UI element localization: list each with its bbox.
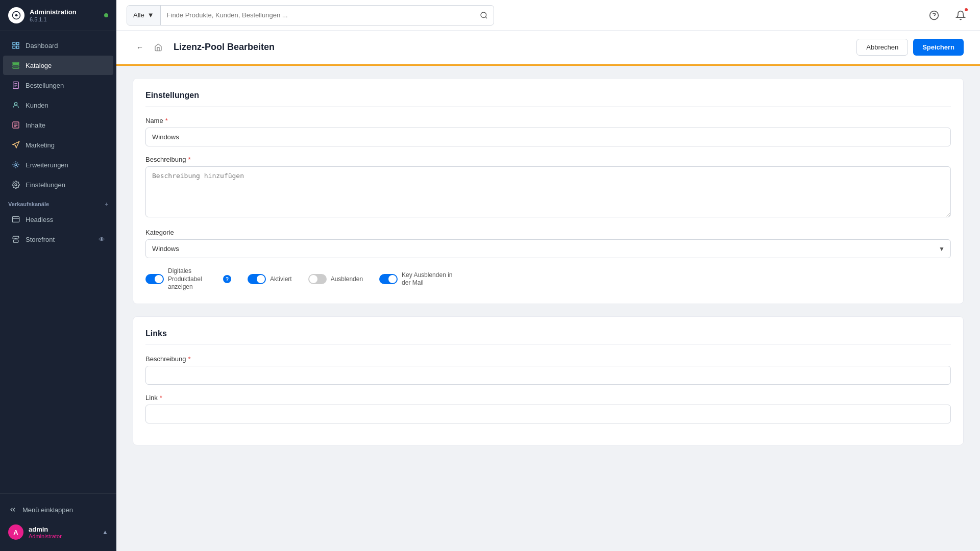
links-description-field-group: Beschreibung * — [145, 355, 951, 385]
toggle-knob — [257, 275, 265, 283]
notification-badge — [964, 7, 969, 12]
add-sales-channel-icon[interactable]: + — [105, 201, 108, 207]
toggle-knob — [309, 275, 317, 283]
sidebar-item-headless[interactable]: Headless — [3, 210, 113, 229]
toggle-knob — [155, 275, 163, 283]
settings-section-title: Einstellungen — [145, 91, 951, 107]
marketing-icon — [11, 140, 20, 149]
sidebar-item-inhalte[interactable]: Inhalte — [3, 115, 113, 135]
name-input[interactable] — [145, 128, 951, 146]
sidebar-item-einstellungen[interactable]: Einstellungen — [3, 175, 113, 194]
aktiviert-label-text: Aktiviert — [270, 276, 292, 284]
search-filter-dropdown[interactable]: Alle ▼ — [127, 6, 161, 25]
search-filter-label: Alle — [133, 11, 144, 19]
svg-point-17 — [15, 164, 17, 166]
sidebar-item-label: Kunden — [26, 102, 48, 109]
sidebar-item-bestellungen[interactable]: Bestellungen — [3, 76, 113, 95]
svg-rect-1 — [13, 42, 15, 45]
einstellungen-icon — [11, 180, 20, 189]
svg-line-23 — [485, 17, 487, 18]
description-field-group: Beschreibung * — [145, 156, 951, 219]
svg-point-18 — [15, 184, 17, 186]
sidebar-item-erweiterungen[interactable]: Erweiterungen — [3, 155, 113, 174]
ausblenden-label-text: Ausblenden — [331, 276, 363, 284]
ausblenden-toggle[interactable] — [308, 274, 327, 284]
key-ausblenden-label-text: Key Ausblenden in der Mail — [402, 271, 453, 287]
dashboard-icon — [11, 41, 20, 50]
collapse-menu-item[interactable]: Menü einklappen — [0, 500, 116, 519]
category-select-wrapper: Windows Office Linux macOS ▼ — [145, 239, 951, 258]
breadcrumb-home-button[interactable] — [151, 40, 165, 55]
search-input[interactable] — [161, 6, 474, 25]
svg-rect-6 — [13, 65, 19, 66]
links-description-input[interactable] — [145, 366, 951, 385]
sidebar-item-kataloge[interactable]: Kataloge — [3, 56, 113, 75]
collapse-icon — [8, 505, 17, 514]
sidebar-item-label: Dashboard — [26, 42, 58, 49]
form-area: Einstellungen Name * Beschreibung * — [116, 66, 980, 470]
save-button[interactable]: Speichern — [913, 39, 964, 56]
toggle-knob — [388, 275, 397, 283]
erweiterungen-icon — [11, 160, 20, 169]
app-logo — [8, 7, 24, 23]
help-button[interactable] — [925, 6, 943, 24]
sidebar-header: Administration 6.5.1.1 — [0, 0, 116, 31]
page-actions: Abbrechen Speichern — [856, 39, 964, 56]
sidebar-item-dashboard[interactable]: Dashboard — [3, 36, 113, 55]
headless-icon — [11, 215, 20, 224]
cancel-button[interactable]: Abbrechen — [856, 39, 908, 56]
notifications-button[interactable] — [951, 6, 970, 24]
storefront-icon — [11, 235, 20, 244]
back-button[interactable]: ← — [133, 40, 147, 55]
search-button[interactable] — [474, 6, 494, 25]
name-label: Name * — [145, 117, 951, 124]
description-label: Beschreibung * — [145, 156, 951, 163]
sidebar-item-storefront[interactable]: Storefront 👁 — [3, 230, 113, 249]
toggle-digital-label: Digitales Produktlabel anzeigen ? — [145, 267, 231, 291]
sidebar-item-label: Headless — [26, 216, 53, 223]
app-version: 6.5.1.1 — [30, 16, 77, 22]
key-ausblenden-toggle[interactable] — [379, 274, 398, 284]
category-label: Kategorie — [145, 229, 951, 236]
search-wrapper: Alle ▼ — [127, 5, 494, 26]
sidebar-item-marketing[interactable]: Marketing — [3, 135, 113, 155]
toggles-row: Digitales Produktlabel anzeigen ? Aktivi… — [145, 267, 951, 291]
sidebar-nav: Dashboard Kataloge Bestellungen Kunden — [0, 31, 116, 493]
avatar: A — [8, 524, 23, 540]
kataloge-icon — [11, 61, 20, 70]
sidebar-item-label: Marketing — [26, 141, 55, 149]
links-description-label: Beschreibung * — [145, 355, 951, 363]
sidebar-item-label: Erweiterungen — [26, 161, 68, 169]
user-chevron-icon: ▲ — [102, 529, 108, 536]
svg-rect-4 — [16, 46, 19, 48]
digital-label-help-icon[interactable]: ? — [223, 275, 231, 283]
svg-point-22 — [481, 12, 486, 18]
search-filter-arrow: ▼ — [148, 11, 154, 19]
category-select[interactable]: Windows Office Linux macOS — [145, 239, 951, 258]
user-name: admin — [29, 525, 62, 533]
svg-rect-19 — [12, 217, 19, 222]
page-header: ← Lizenz-Pool Bearbeiten Abbrechen Speic… — [116, 31, 980, 64]
name-field-group: Name * — [145, 117, 951, 146]
bestellungen-icon — [11, 81, 20, 90]
sidebar-item-label: Inhalte — [26, 121, 45, 129]
collapse-label: Menü einklappen — [22, 506, 73, 514]
required-marker: * — [188, 156, 191, 163]
app-title: Administration — [30, 8, 77, 17]
user-info: admin Administrator — [29, 525, 62, 539]
online-indicator — [104, 13, 108, 17]
topbar-actions — [925, 6, 970, 24]
toggle-aktiviert: Aktiviert — [248, 274, 292, 284]
user-section[interactable]: A admin Administrator ▲ — [0, 519, 116, 545]
links-link-input[interactable] — [145, 405, 951, 423]
digital-label-toggle[interactable] — [145, 274, 164, 284]
topbar: Alle ▼ — [116, 0, 980, 31]
storefront-visibility-icon[interactable]: 👁 — [99, 236, 105, 243]
links-link-field-group: Link * — [145, 394, 951, 423]
aktiviert-toggle[interactable] — [248, 274, 266, 284]
main-content: Alle ▼ ← Lizenz-Pool Bearbeiten — [116, 0, 980, 551]
description-textarea[interactable] — [145, 166, 951, 217]
kunden-icon — [11, 101, 20, 110]
toggle-key-ausblenden: Key Ausblenden in der Mail — [379, 271, 453, 287]
sidebar-item-kunden[interactable]: Kunden — [3, 95, 113, 115]
